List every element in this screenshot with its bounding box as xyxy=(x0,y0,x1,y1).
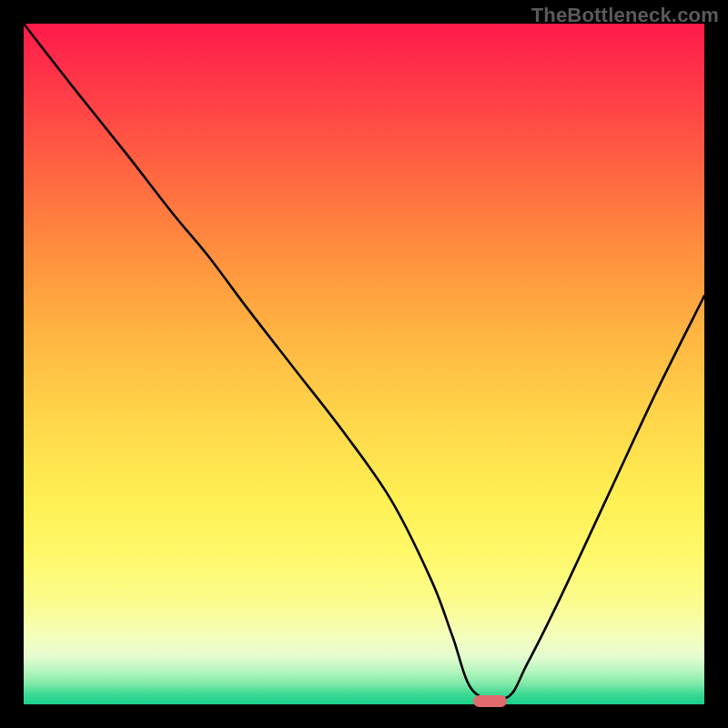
optimal-range-marker xyxy=(473,695,507,707)
plot-area xyxy=(24,24,704,704)
chart-frame: TheBottleneck.com xyxy=(0,0,728,728)
bottleneck-curve xyxy=(24,24,704,704)
watermark-text: TheBottleneck.com xyxy=(531,4,719,27)
